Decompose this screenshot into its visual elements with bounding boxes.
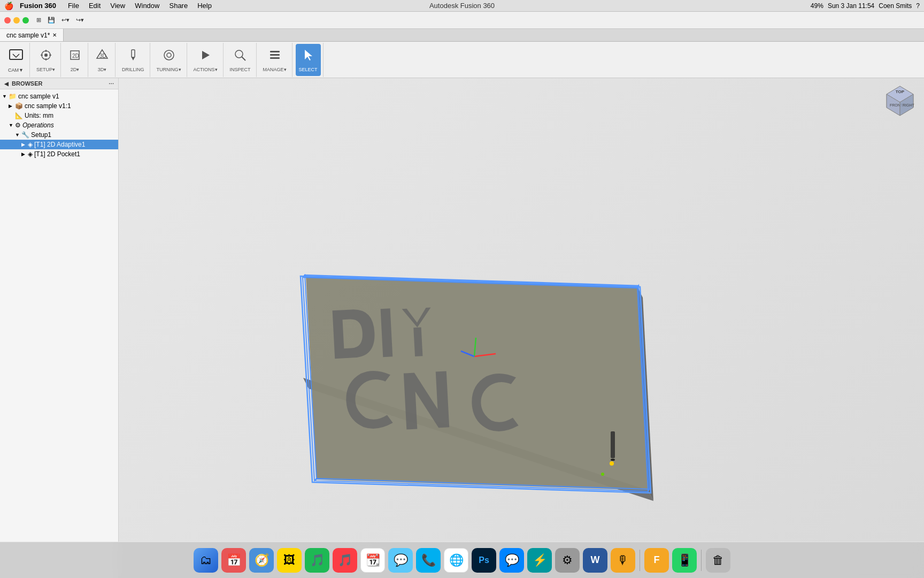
cam-dropdown-button[interactable]: CAM▼ (2, 43, 30, 77)
dock-messages[interactable]: 💬 (388, 548, 413, 573)
dock-trash[interactable]: 🗑 (706, 548, 730, 573)
dock-spotify[interactable]: 🎵 (305, 548, 329, 573)
adaptive-icon: ◈ (28, 141, 33, 148)
svg-rect-18 (270, 51, 280, 52)
tree-item-instance[interactable]: ▶ 📦 cnc sample v1:1 (0, 101, 118, 111)
setup-icon (38, 48, 53, 66)
menu-view[interactable]: View (106, 1, 129, 11)
setup-label: SETUP▾ (36, 67, 55, 72)
standard-toolbar: ⊞ 💾 ↩▾ ↪▾ (0, 12, 924, 29)
tab-close-button[interactable]: ✕ (52, 32, 57, 38)
dock-photos[interactable]: 🖼 (277, 548, 302, 573)
dock-fantastical[interactable]: 📅 (221, 548, 246, 573)
dock-itunes[interactable]: 🎵 (333, 548, 357, 573)
svg-rect-19 (270, 54, 280, 56)
menu-help[interactable]: Help (193, 1, 216, 11)
menu-share[interactable]: Share (165, 1, 192, 11)
save-button[interactable]: 💾 (44, 16, 58, 25)
apple-menu[interactable]: 🍎 (4, 2, 13, 10)
tree-label-pocket1: [T1] 2D Pocket1 (34, 150, 80, 158)
2d-button[interactable]: 2D 2D▾ (64, 44, 86, 76)
traffic-lights (4, 17, 29, 24)
finder-icon: 🗂 (200, 553, 212, 567)
2d-group: 2D 2D▾ (62, 43, 88, 77)
browser-options-icon[interactable]: ⋯ (109, 81, 114, 87)
inspect-button[interactable]: INSPECT (227, 44, 254, 76)
manage-label: MANAGE▾ (263, 67, 287, 72)
maximize-button[interactable] (22, 17, 29, 24)
tree-item-pocket1[interactable]: ▶ ◈ [T1] 2D Pocket1 (0, 149, 118, 159)
chevron-setup1: ▼ (15, 132, 20, 138)
inspect-icon (233, 48, 248, 66)
dock-cal[interactable]: 📆 (360, 548, 385, 573)
close-button[interactable] (4, 17, 11, 24)
undo-button[interactable]: ↩▾ (58, 16, 73, 25)
drilling-button[interactable]: DRILLING (119, 44, 148, 76)
dock-skype[interactable]: 📞 (416, 548, 441, 573)
minimize-button[interactable] (13, 17, 20, 24)
select-icon (301, 48, 315, 66)
setup-button[interactable]: SETUP▾ (33, 44, 58, 76)
dock-chrome[interactable]: 🌐 (444, 548, 468, 573)
menu-edit[interactable]: Edit (84, 1, 105, 11)
tree-item-operations[interactable]: ▼ ⚙ Operations (0, 120, 118, 130)
menu-file[interactable]: File (64, 1, 83, 11)
menubar-left: 🍎 Fusion 360 File Edit View Window Share… (4, 1, 216, 11)
tree-item-adaptive1[interactable]: ▶ ◈ [T1] 2D Adaptive1 (0, 140, 118, 149)
viewport[interactable]: TOP FRONT RIGHT (119, 78, 924, 578)
actions-button[interactable]: ACTIONS▾ (190, 44, 221, 76)
dock-messenger[interactable]: 💬 (499, 548, 524, 573)
svg-point-44 (610, 461, 614, 466)
select-button[interactable]: SELECT (296, 44, 321, 76)
component-icon: 📦 (15, 102, 23, 110)
tree-item-units[interactable]: 📐 Units: mm (0, 111, 118, 120)
content-area: ◀ BROWSER ⋯ ▼ 📁 cnc sample v1 ▶ 📦 cnc sa… (0, 78, 924, 578)
tree-label-instance: cnc sample v1:1 (25, 102, 71, 110)
tab-cnc-sample[interactable]: cnc sample v1* ✕ (0, 29, 64, 41)
sidebar-toggle-icon[interactable]: ◀ (4, 81, 9, 87)
fusion-icon: F (654, 554, 660, 566)
app-name[interactable]: Fusion 360 (20, 2, 56, 10)
chevron-operations: ▼ (9, 123, 14, 128)
dock-finder[interactable]: 🗂 (194, 548, 218, 573)
tree-item-root[interactable]: ▼ 📁 cnc sample v1 (0, 92, 118, 101)
sysprefs-icon: ⚙ (562, 553, 573, 567)
tabbar: cnc sample v1* ✕ (0, 29, 924, 42)
grid-icon[interactable]: ⊞ (33, 16, 44, 25)
grid-icon-symbol: ⊞ (36, 17, 41, 24)
dock-sysprefs[interactable]: ⚙ (555, 548, 580, 573)
menu-window[interactable]: Window (130, 1, 164, 11)
word-icon: W (591, 554, 600, 566)
help-icon[interactable]: ? (916, 2, 920, 10)
svg-point-45 (601, 473, 604, 476)
chevron-adaptive1: ▶ (21, 142, 27, 147)
dock-word[interactable]: W (583, 548, 607, 573)
select-group: SELECT (294, 43, 324, 77)
svg-point-14 (167, 53, 171, 57)
chevron-pocket1: ▶ (21, 151, 27, 157)
dock-whatsapp[interactable]: 📱 (672, 548, 697, 573)
audacity-icon: 🎙 (617, 553, 629, 567)
3d-button[interactable]: 3D 3D▾ (91, 44, 113, 76)
whatsapp-icon: 📱 (677, 553, 692, 567)
redo-button[interactable]: ↪▾ (73, 16, 87, 25)
dock-arduino[interactable]: ⚡ (527, 548, 552, 573)
dock-audacity[interactable]: 🎙 (611, 548, 635, 573)
svg-point-43 (611, 459, 615, 461)
dock-photoshop[interactable]: Ps (472, 548, 496, 573)
turning-button[interactable]: TURNING▾ (153, 44, 184, 76)
tree-item-setup1[interactable]: ▼ 🔧 Setup1 (0, 130, 118, 140)
dock-safari[interactable]: 🧭 (249, 548, 274, 573)
user-name[interactable]: Coen Smits (879, 2, 912, 10)
dock-fusion[interactable]: F (644, 548, 669, 573)
tree-label-units: Units: mm (25, 112, 53, 119)
svg-marker-15 (202, 51, 210, 59)
cam-icon (7, 47, 25, 66)
tree-label-setup1: Setup1 (31, 131, 51, 139)
fantastical-icon: 📅 (227, 553, 241, 567)
drilling-icon (126, 48, 141, 66)
battery-status: 49% (811, 2, 823, 10)
setup-group: SETUP▾ (31, 43, 61, 77)
manage-button[interactable]: MANAGE▾ (260, 44, 290, 76)
3d-model (119, 78, 921, 560)
